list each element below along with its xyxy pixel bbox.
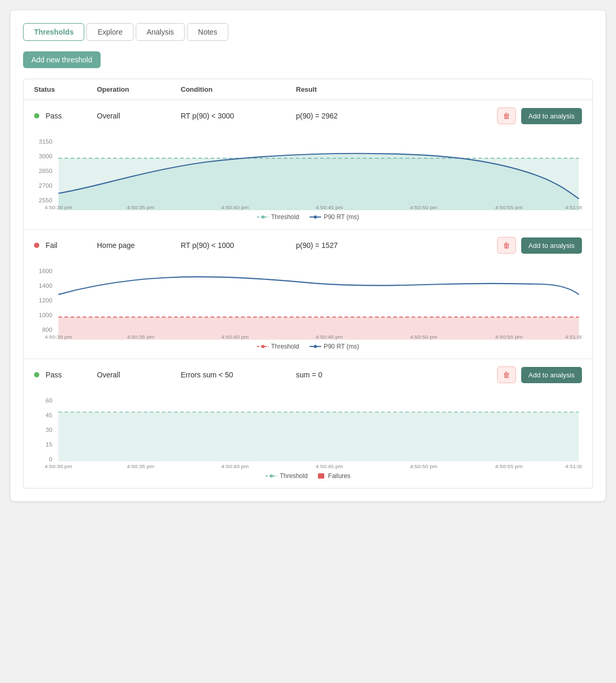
chart-svg-3: 60 45 30 15 0 4:50:30 pm [34, 396, 582, 469]
legend-threshold-icon-3 [266, 473, 277, 479]
svg-marker-42 [58, 412, 579, 461]
chart-area-3: 60 45 30 15 0 4:50:30 pm [34, 396, 582, 469]
svg-text:4:50:50 pm: 4:50:50 pm [410, 463, 437, 469]
legend-2: Threshold P90 RT (ms) [34, 343, 582, 350]
col-operation: Operation [97, 85, 181, 93]
svg-point-52 [270, 474, 273, 478]
delete-button-1[interactable]: 🗑 [497, 107, 516, 124]
legend-p90-icon-2 [310, 344, 321, 349]
svg-text:4:50:40 pm: 4:50:40 pm [221, 204, 248, 210]
status-label-1: Pass [46, 112, 62, 120]
svg-point-34 [261, 345, 265, 348]
add-threshold-button[interactable]: Add new threshold [23, 51, 101, 68]
legend-p90-icon-1 [310, 214, 321, 220]
chart-2: 1600 1400 1200 1000 800 [24, 261, 592, 359]
tab-bar: Thresholds Explore Analysis Notes [23, 23, 593, 41]
svg-text:4:50:30 pm: 4:50:30 pm [45, 334, 72, 340]
legend-threshold-2: Threshold [257, 343, 299, 350]
legend-threshold-label-3: Threshold [280, 472, 307, 480]
table-row-2: Fail Home page RT p(90) < 1000 p(90) = 1… [24, 230, 592, 359]
condition-2: RT p(90) < 1000 [181, 241, 296, 250]
operation-2: Home page [97, 241, 181, 250]
status-1: Pass [34, 112, 97, 120]
svg-text:3150: 3150 [39, 138, 52, 145]
condition-3: Errors sum < 50 [181, 371, 296, 379]
svg-text:4:50:45 pm: 4:50:45 pm [316, 463, 343, 469]
status-3: Pass [34, 371, 97, 379]
table-row: Pass Overall RT p(90) < 3000 p(90) = 296… [24, 100, 592, 230]
svg-text:4:50:30 pm: 4:50:30 pm [45, 204, 72, 210]
svg-text:2850: 2850 [39, 168, 52, 174]
row-header-2: Fail Home page RT p(90) < 1000 p(90) = 1… [24, 230, 592, 261]
legend-3: Threshold Failures [34, 472, 582, 480]
svg-text:4:50:55 pm: 4:50:55 pm [495, 334, 522, 340]
svg-text:1400: 1400 [39, 283, 52, 289]
tab-analysis[interactable]: Analysis [136, 23, 185, 41]
status-dot-2 [34, 243, 39, 248]
col-result: Result [296, 85, 401, 93]
svg-text:2700: 2700 [39, 182, 52, 189]
add-to-analysis-button-1[interactable]: Add to analysis [521, 108, 582, 124]
legend-threshold-label-1: Threshold [271, 213, 299, 221]
chart-3: 60 45 30 15 0 4:50:30 pm [24, 391, 592, 488]
svg-text:1000: 1000 [39, 312, 52, 318]
status-label-2: Fail [46, 241, 58, 250]
tab-explore[interactable]: Explore [86, 23, 133, 41]
svg-text:3000: 3000 [39, 153, 52, 159]
col-status: Status [34, 85, 97, 93]
actions-2: 🗑 Add to analysis [401, 237, 582, 254]
legend-failures-label-3: Failures [328, 472, 350, 480]
svg-text:4:50:35 pm: 4:50:35 pm [127, 204, 154, 210]
svg-text:4:51:00 pm: 4:51:00 pm [565, 463, 582, 469]
legend-threshold-label-2: Threshold [271, 343, 299, 350]
svg-text:0: 0 [49, 456, 52, 462]
svg-text:4:50:35 pm: 4:50:35 pm [127, 463, 154, 469]
result-1: p(90) = 2962 [296, 112, 401, 120]
legend-1: Threshold P90 RT (ms) [34, 213, 582, 221]
legend-threshold-1: Threshold [257, 213, 299, 221]
legend-failures-icon-3 [318, 473, 325, 479]
table-row-3: Pass Overall Errors sum < 50 sum = 0 🗑 A… [24, 359, 592, 488]
svg-text:60: 60 [46, 397, 52, 404]
table-header: Status Operation Condition Result [24, 79, 592, 100]
tab-thresholds[interactable]: Thresholds [23, 23, 84, 41]
svg-text:4:50:45 pm: 4:50:45 pm [316, 204, 343, 210]
legend-p90-label-1: P90 RT (ms) [324, 213, 359, 221]
svg-text:4:50:40 pm: 4:50:40 pm [221, 463, 248, 469]
svg-text:4:50:30 pm: 4:50:30 pm [45, 463, 72, 469]
svg-text:800: 800 [42, 327, 52, 333]
svg-point-16 [261, 215, 265, 219]
svg-rect-53 [318, 473, 324, 479]
tab-notes[interactable]: Notes [187, 23, 228, 41]
delete-button-2[interactable]: 🗑 [497, 237, 516, 254]
chart-svg-2: 1600 1400 1200 1000 800 [34, 266, 582, 340]
legend-threshold-3: Threshold [266, 472, 307, 480]
svg-point-18 [314, 215, 317, 219]
chart-svg-1: 3150 3000 2850 2700 2550 [34, 137, 582, 210]
delete-button-3[interactable]: 🗑 [497, 366, 516, 383]
operation-3: Overall [97, 371, 181, 379]
svg-point-36 [314, 345, 317, 348]
thresholds-table: Status Operation Condition Result Pass O… [23, 79, 593, 489]
svg-text:4:50:50 pm: 4:50:50 pm [410, 204, 437, 210]
actions-1: 🗑 Add to analysis [401, 107, 582, 124]
status-2: Fail [34, 241, 97, 250]
add-to-analysis-button-3[interactable]: Add to analysis [521, 367, 582, 383]
svg-text:4:50:50 pm: 4:50:50 pm [410, 334, 437, 340]
actions-3: 🗑 Add to analysis [401, 366, 582, 383]
result-2: p(90) = 1527 [296, 241, 401, 250]
svg-text:1200: 1200 [39, 297, 52, 303]
chart-area-1: 3150 3000 2850 2700 2550 [34, 137, 582, 210]
svg-text:4:50:35 pm: 4:50:35 pm [127, 334, 154, 340]
status-dot-1 [34, 113, 39, 118]
status-label-3: Pass [46, 371, 62, 379]
svg-text:4:50:45 pm: 4:50:45 pm [316, 334, 343, 340]
svg-text:4:51:00 pm: 4:51:00 pm [565, 204, 582, 210]
row-header-3: Pass Overall Errors sum < 50 sum = 0 🗑 A… [24, 359, 592, 391]
svg-text:30: 30 [46, 427, 52, 433]
add-to-analysis-button-2[interactable]: Add to analysis [521, 237, 582, 254]
svg-text:1600: 1600 [39, 268, 52, 274]
chart-area-2: 1600 1400 1200 1000 800 [34, 266, 582, 340]
condition-1: RT p(90) < 3000 [181, 112, 296, 120]
result-3: sum = 0 [296, 371, 401, 379]
